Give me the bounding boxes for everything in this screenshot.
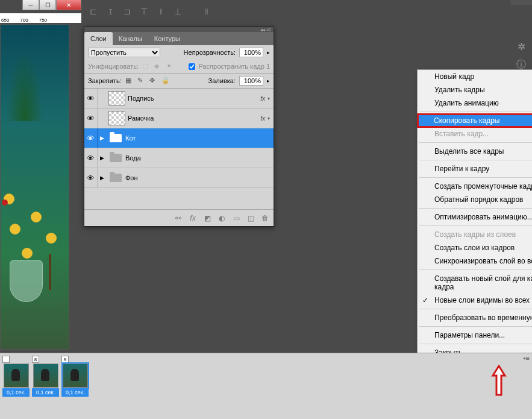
propagate-label: Распространить кадр 1 [199, 63, 270, 70]
menu-flatten-frames[interactable]: Создать слои из кадров [418, 241, 532, 254]
menu-separator [419, 326, 532, 327]
panel-tabs: Слои Каналы Контуры [84, 32, 274, 45]
lock-all-icon[interactable]: 🔒 [161, 77, 170, 85]
menu-new-layers-visible[interactable]: ✓Новые слои видимы во всех кадрах [418, 294, 532, 307]
layer-row[interactable]: 👁 ▶ Вода [84, 148, 274, 168]
frame-thumbnail[interactable] [33, 364, 58, 388]
layer-style-icon[interactable]: fx [188, 214, 198, 222]
layer-row[interactable]: 👁 ▶ Кот [84, 128, 274, 148]
layer-row[interactable]: 👁 Рамочка fx ▾ [84, 109, 274, 128]
menu-make-frames-from-layers: Создать кадры из слоев [418, 228, 532, 241]
align-icon[interactable]: ⫱ [104, 5, 116, 17]
menu-panel-options[interactable]: Параметры панели... [418, 329, 532, 342]
layer-name[interactable]: Фон [125, 174, 274, 181]
menu-copy-frames[interactable]: Скопировать кадры [417, 113, 532, 128]
menu-tween[interactable]: Создать промежуточные кадры... [418, 180, 532, 193]
layer-mask-icon[interactable]: ◩ [202, 214, 212, 222]
align-icon[interactable]: ⫲ [155, 5, 167, 17]
align-icon[interactable]: ⊥ [172, 5, 184, 17]
window-close-button[interactable]: ✕ [56, 0, 81, 10]
layer-name[interactable]: Рамочка [128, 115, 260, 122]
visibility-toggle-icon[interactable]: 👁 [84, 109, 98, 128]
menu-delete-animation[interactable]: Удалить анимацию [418, 96, 532, 110]
layer-name[interactable]: Кот [125, 134, 274, 142]
fx-expand-icon[interactable]: ▾ [268, 116, 270, 121]
menu-optimize-animation[interactable]: Оптимизировать анимацию... [418, 210, 532, 224]
navigator-icon[interactable]: ✲ [515, 40, 528, 53]
align-icon[interactable]: ⊤ [138, 5, 150, 17]
menu-goto-frame[interactable]: Перейти к кадру▶ [418, 162, 532, 175]
distribute-icon[interactable]: ⫴ [201, 5, 213, 17]
tab-channels[interactable]: Каналы [113, 32, 148, 45]
unify-position-icon[interactable]: ⬚ [142, 62, 151, 71]
new-layer-icon[interactable]: ◫ [246, 214, 255, 222]
frame-delay[interactable]: 0,1 сек. [2, 388, 30, 397]
opacity-input[interactable] [239, 48, 263, 57]
align-icon[interactable]: ⊐ [121, 5, 133, 17]
folder-expand-icon[interactable]: ▶ [98, 175, 106, 181]
layers-panel: ◂◂ ▪≡ Слои Каналы Контуры Пропустить Неп… [84, 27, 274, 227]
fill-input[interactable] [239, 76, 263, 86]
frame-thumbnail[interactable] [4, 364, 29, 388]
frame-number [2, 356, 10, 363]
visibility-toggle-icon[interactable]: 👁 [84, 128, 98, 148]
menu-new-frame[interactable]: Новый кадр [418, 70, 532, 83]
visibility-toggle-icon[interactable]: 👁 [84, 89, 98, 108]
dropdown-arrow-icon[interactable]: ▸ [267, 78, 270, 84]
animation-frame[interactable]: 0,1 сек. [2, 356, 30, 417]
menu-new-layer-per-frame[interactable]: Создавать новый слой для каждого нового … [418, 272, 532, 294]
unify-style-icon[interactable]: ✦ [166, 62, 175, 71]
link-layers-icon[interactable]: ⚯ [174, 214, 183, 222]
animation-timeline: 0,1 сек. 8 0,1 сек. 9 0,1 сек. ▪≡ [0, 353, 532, 419]
layer-thumbnail[interactable] [108, 111, 125, 125]
layer-row[interactable]: 👁 ▶ Фон [84, 168, 274, 188]
layer-name[interactable]: Вода [125, 154, 274, 162]
lock-transparency-icon[interactable]: ▦ [125, 77, 134, 85]
frame-delay[interactable]: 0,1 сек. [61, 388, 89, 397]
fx-badge[interactable]: fx [260, 115, 265, 122]
window-minimize-button[interactable]: ─ [22, 0, 39, 10]
propagate-checkbox[interactable] [189, 63, 195, 70]
menu-convert-timeline[interactable]: Преобразовать во временную шкалу [418, 311, 532, 324]
window-maximize-button[interactable]: ☐ [39, 0, 56, 10]
lock-pixels-icon[interactable]: ✎ [137, 77, 146, 85]
layer-row[interactable]: 👁 Подпись fx ▾ [84, 89, 274, 109]
menu-separator [419, 112, 532, 112]
panel-drag-bar[interactable]: ◂◂ ▪≡ [84, 27, 274, 32]
blend-mode-select[interactable]: Пропустить [88, 48, 160, 57]
fx-badge[interactable]: fx [260, 95, 265, 102]
fx-expand-icon[interactable]: ▾ [268, 96, 270, 101]
tab-paths[interactable]: Контуры [148, 32, 186, 45]
layer-name[interactable]: Подпись [128, 95, 260, 102]
folder-icon [110, 154, 122, 162]
timeline-menu-icon[interactable]: ▪≡ [524, 354, 530, 362]
opacity-label: Непрозрачность: [184, 49, 236, 56]
frame-thumbnail[interactable] [63, 364, 88, 388]
visibility-toggle-icon[interactable]: 👁 [84, 148, 98, 168]
animation-frame[interactable]: 9 0,1 сек. [61, 356, 89, 417]
menu-reverse-frames[interactable]: Обратный порядок кадров [418, 193, 532, 206]
canvas-image[interactable] [0, 24, 69, 350]
unify-visibility-icon[interactable]: ◈ [154, 62, 163, 71]
tab-layers[interactable]: Слои [84, 32, 113, 45]
dropdown-arrow-icon[interactable]: ▸ [267, 49, 270, 55]
new-group-icon[interactable]: ▭ [231, 214, 241, 222]
visibility-toggle-icon[interactable]: 👁 [84, 168, 98, 187]
menu-select-all-frames[interactable]: Выделить все кадры [418, 145, 532, 158]
right-sidebar: ✲ ⓘ [510, 27, 532, 71]
delete-layer-icon[interactable]: 🗑 [260, 214, 270, 222]
animation-frame[interactable]: 8 0,1 сек. [32, 356, 59, 417]
folder-expand-icon[interactable]: ▶ [98, 155, 106, 161]
align-icon[interactable]: ⊏ [87, 5, 99, 17]
canvas-area: ─ ☐ ✕ 650 700 750 [0, 0, 81, 353]
menu-delete-frames[interactable]: Удалить кадры [418, 83, 532, 96]
folder-expand-icon[interactable]: ▶ [98, 135, 106, 141]
lock-position-icon[interactable]: ✥ [149, 77, 158, 85]
layer-thumbnail[interactable] [108, 91, 125, 106]
adjustment-layer-icon[interactable]: ◐ [217, 214, 227, 222]
frame-delay[interactable]: 0,1 сек. [32, 388, 59, 397]
menu-separator [419, 208, 532, 209]
unify-label: Унифицировать: [88, 63, 139, 70]
ruler-mark: 650 [1, 17, 9, 23]
menu-match-layer[interactable]: Синхронизировать слой во всех кадрах... [418, 254, 532, 268]
